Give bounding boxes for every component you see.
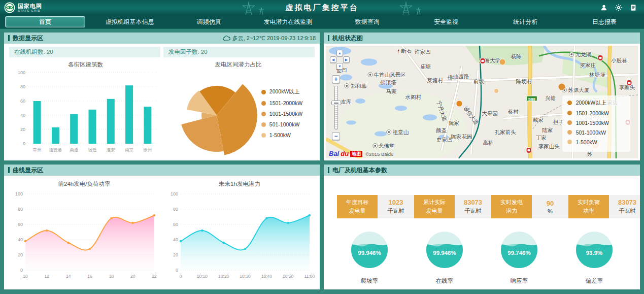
liquid-gauge: 99.946% xyxy=(350,231,389,269)
legend-dot xyxy=(567,101,572,105)
station-marker[interactable] xyxy=(480,58,485,64)
unit-marker[interactable] xyxy=(494,88,499,93)
stat-card-unit: 千瓦时 xyxy=(465,207,482,215)
legend-item: 501-1000kW xyxy=(261,121,302,127)
nav-tab-5[interactable]: 安全监视 xyxy=(406,15,486,28)
map-label: 庙塘 xyxy=(420,63,431,71)
map-zoom-out-button[interactable]: − xyxy=(332,132,340,140)
map-legend-item: 2000kW以上 xyxy=(567,100,625,107)
poi-icon xyxy=(387,129,392,135)
map-pan-left-button[interactable]: ◀ xyxy=(330,56,336,63)
map-label: 颜圣 xyxy=(436,127,447,134)
line-chart-block-next1h: 未来1h发电潜力 020406080100010:1010:2010:3010:… xyxy=(163,177,316,289)
weather-info: 多云, 2~12℃ 2019-09-23 12:9:18 xyxy=(223,35,316,42)
baidu-map[interactable]: 下断石许家凹庙塘牛首山风景区佛顶塔郑和墓马家水阁村菜塘村佛城西路前坟宁丹大道诚信… xyxy=(326,46,638,158)
panel-title: 数据显示区 xyxy=(13,34,43,43)
stat-card-value: 83073 xyxy=(618,199,636,206)
unit-marker[interactable] xyxy=(558,83,565,90)
map-label: 小殷巷 xyxy=(611,57,627,64)
svg-text:100: 100 xyxy=(15,191,23,197)
map-pan-right-button[interactable]: ▶ xyxy=(343,56,350,63)
liquid-gauge: 99.946% xyxy=(425,231,464,269)
map-label: 苏 xyxy=(587,151,592,158)
svg-text:连云港: 连云港 xyxy=(49,147,62,152)
gear-icon[interactable] xyxy=(615,4,622,11)
legend-label: 501-1000kW xyxy=(576,129,606,136)
svg-text:16: 16 xyxy=(87,274,92,279)
svg-text:常州: 常州 xyxy=(32,147,41,152)
weather-text: 多云, 2~12℃ 2019-09-23 12:9:18 xyxy=(232,35,316,42)
legend-label: 2000kW以上 xyxy=(269,88,300,95)
baidu-map-badge: 地图 xyxy=(350,151,362,157)
map-label: 菜塘村 xyxy=(427,77,444,84)
map-zoom-in-button[interactable]: + xyxy=(332,75,340,83)
station-marker[interactable] xyxy=(627,80,632,86)
nav-tab-6[interactable]: 统计分析 xyxy=(486,15,565,28)
road-badge-s88: S88 xyxy=(526,96,537,102)
legend-dot xyxy=(567,140,572,144)
brand-subtitle: STATE GRID xyxy=(18,9,42,13)
nav-tab-4[interactable]: 数据查询 xyxy=(328,15,407,28)
nav-tab-3[interactable]: 发电潜力在线监测 xyxy=(249,15,328,28)
svg-text:100: 100 xyxy=(171,191,178,197)
legend-dot xyxy=(261,133,266,138)
panel-curve-display: 曲线显示区 前24h发电/负荷功率 0204060801001012141618… xyxy=(4,165,320,289)
svg-text:11:00: 11:00 xyxy=(304,274,315,279)
svg-text:93.9%: 93.9% xyxy=(586,250,603,256)
legend-dot xyxy=(567,120,572,125)
map-label: 马家 xyxy=(386,88,397,95)
map-attribution: Baidu地图©2015 Baidu xyxy=(329,150,393,157)
svg-text:100: 100 xyxy=(17,70,25,75)
gauge-label: 爬坡率 xyxy=(344,277,395,285)
svg-text:0: 0 xyxy=(20,268,23,273)
map-label: 兴塘 xyxy=(545,95,556,102)
nav-tab-0[interactable]: 首页 xyxy=(5,16,85,27)
map-label: 李家山头 xyxy=(538,143,560,150)
panel-unit-status-map: 机组状态图 下断石许家凹庙塘牛首山风景区佛顶塔郑和墓马家水阁村菜塘村佛城西路前坟… xyxy=(324,32,640,160)
map-label: 阮家 xyxy=(449,120,459,127)
unit-marker[interactable] xyxy=(499,59,506,66)
panel-accent-bar xyxy=(328,167,329,173)
station-marker[interactable] xyxy=(598,55,603,61)
map-copyright: ©2015 Baidu xyxy=(365,151,393,157)
map-label: 林塘埂 xyxy=(589,72,605,79)
stat-card-unit: 千瓦时 xyxy=(619,207,636,215)
map-zoom-slider[interactable] xyxy=(334,86,338,129)
nav-tab-7[interactable]: 日志报表 xyxy=(565,15,644,28)
svg-text:22: 22 xyxy=(152,274,157,279)
panel-header: 电厂及机组基本参数 xyxy=(324,165,640,176)
stat-card-value-box: 83073千瓦时 xyxy=(455,195,491,218)
report-icon[interactable] xyxy=(630,4,637,11)
svg-text:南京: 南京 xyxy=(125,147,133,152)
stat-card-label: 年度目标发电量 xyxy=(337,195,378,218)
legend-dot xyxy=(261,90,266,94)
page-title: 虚拟电厂集控平台 xyxy=(0,3,644,13)
panel-accent-bar xyxy=(8,167,10,173)
nav-tab-1[interactable]: 虚拟机组基本信息 xyxy=(90,15,170,28)
user-icon[interactable] xyxy=(600,4,607,11)
pie-chart-title: 发电区间潜力占比 xyxy=(215,61,262,69)
svg-text:80: 80 xyxy=(173,207,178,212)
map-legend-item: 501-1000kW xyxy=(567,129,625,136)
map-pan-down-button[interactable]: ▼ xyxy=(336,63,343,70)
stat-card-2: 实时发电潜力90% xyxy=(491,195,568,218)
map-label: 念佛堂 xyxy=(372,143,395,150)
svg-text:10:40: 10:40 xyxy=(261,274,273,279)
legend-item: 1001-1500kW xyxy=(261,111,302,117)
svg-text:99.946%: 99.946% xyxy=(358,250,381,256)
map-label: 下断石 xyxy=(396,48,412,55)
map-label: 杨陈 xyxy=(511,53,522,60)
stat-card-label: 实时负荷功率 xyxy=(568,195,609,218)
station-marker[interactable] xyxy=(526,147,531,153)
legend-item: 2000kW以上 xyxy=(261,88,302,95)
map-pan-up-button[interactable]: ▲ xyxy=(336,50,343,56)
map-zoom-handle[interactable] xyxy=(331,101,341,105)
unit-marker[interactable] xyxy=(456,101,463,107)
nav-tab-2[interactable]: 调频仿真 xyxy=(170,15,249,28)
map-label: 苏源大厦 xyxy=(562,87,589,94)
baidu-logo: du xyxy=(341,150,349,157)
legend-dot xyxy=(567,130,572,135)
map-label: 祖堂山 xyxy=(387,129,409,136)
pie-chart-block: 发电区间潜力占比 2000kW以上1501-2000kW1001-1500kW5… xyxy=(162,57,315,160)
svg-text:18: 18 xyxy=(109,274,114,279)
